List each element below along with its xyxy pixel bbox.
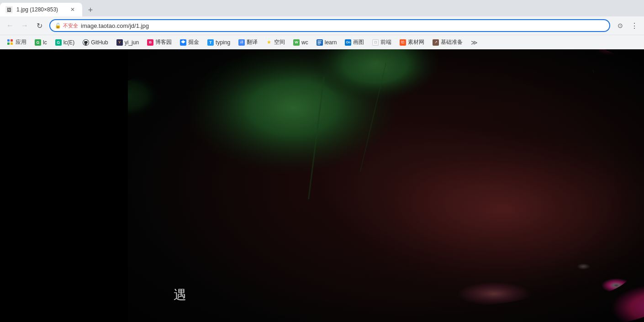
sucai-label: 素材网	[408, 38, 424, 46]
bookmark-lc[interactable]: G lc	[31, 37, 51, 48]
sucai-icon: 给	[400, 39, 406, 46]
space-icon: ★	[266, 39, 272, 46]
typing-icon: T	[207, 39, 214, 46]
browser-chrome: 🖼 1.jpg (1280×853) ✕ + ← → ↻ 🔓 不安全 image…	[0, 0, 644, 49]
back-button[interactable]: ←	[4, 19, 16, 32]
bookmark-juejin[interactable]: 掘金	[176, 37, 203, 48]
bookmarks-bar: 应用 G lc G lc(E) GitHub Y yi_jun B 博客园	[0, 35, 644, 49]
forward-button[interactable]: →	[18, 19, 31, 32]
content-area: 遇	[0, 49, 644, 322]
img-label: 画图	[353, 38, 364, 46]
lce-label: lc(E)	[63, 39, 75, 46]
lc-icon: G	[35, 39, 41, 46]
svg-rect-5	[317, 42, 321, 42]
apps-icon	[7, 39, 14, 46]
active-tab[interactable]: 🖼 1.jpg (1280×853) ✕	[0, 3, 82, 16]
bookmark-sucai[interactable]: 给 素材网	[396, 37, 428, 48]
wc-label: wc	[301, 39, 308, 46]
jichun-icon: ↗	[433, 39, 439, 46]
tab-bar: 🖼 1.jpg (1280×853) ✕ +	[0, 0, 644, 16]
github-icon	[83, 39, 89, 46]
security-indicator: 🔓 不安全	[55, 22, 78, 29]
bookmark-yijun[interactable]: Y yi_jun	[113, 37, 143, 48]
wc-icon: W	[293, 39, 300, 46]
learn-label: learn	[325, 39, 337, 46]
svg-rect-0	[7, 39, 10, 42]
reload-button[interactable]: ↻	[33, 19, 46, 32]
black-panel	[0, 49, 128, 322]
bookmark-wc[interactable]: W wc	[290, 37, 312, 48]
address-bar[interactable]: 🔓 不安全 image.taotao.com/jd/1.jpg	[49, 19, 610, 32]
bookmark-space[interactable]: ★ 空间	[262, 37, 289, 48]
more-menu-button[interactable]: ⋮	[628, 19, 640, 32]
bookmark-typing[interactable]: T typing	[204, 37, 234, 48]
qianduan-icon: □	[372, 39, 379, 46]
learn-icon	[317, 39, 323, 46]
bookmark-apps[interactable]: 应用	[4, 37, 30, 48]
qianduan-label: 前端	[380, 38, 391, 46]
tab-close-button[interactable]: ✕	[69, 5, 77, 14]
address-text: image.taotao.com/jd/1.jpg	[81, 22, 605, 29]
bookmark-img[interactable]: On 画图	[341, 37, 368, 48]
yijun-label: yi_jun	[125, 39, 139, 46]
address-path: /jd/1.jpg	[128, 22, 149, 29]
svg-rect-2	[7, 42, 10, 45]
juejin-label: 掘金	[188, 38, 199, 46]
photo-display: 遇	[128, 49, 644, 322]
bokeyuan-label: 博客园	[155, 38, 172, 46]
lc-label: lc	[43, 39, 47, 46]
bokeyuan-icon: B	[147, 39, 153, 46]
space-label: 空间	[274, 38, 285, 46]
typing-label: typing	[216, 39, 230, 46]
translate-icon: 译	[238, 39, 245, 46]
tab-favicon: 🖼	[5, 6, 13, 13]
apps-label: 应用	[16, 38, 26, 46]
new-tab-button[interactable]: +	[84, 4, 97, 16]
svg-rect-3	[11, 42, 13, 45]
github-label: GitHub	[91, 39, 108, 46]
bookmark-bokeyuan[interactable]: B 博客园	[143, 37, 175, 48]
profile-button[interactable]: ⊙	[614, 19, 627, 32]
translate-label: 翻译	[247, 38, 258, 46]
img-icon: On	[345, 39, 351, 46]
reload-icon: ↻	[37, 21, 42, 30]
watermark: 遇	[174, 286, 186, 304]
bookmark-more[interactable]: ≫	[467, 37, 481, 48]
chrome-actions: ⊙ ⋮	[614, 19, 640, 32]
svg-rect-4	[317, 40, 322, 41]
more-bookmarks-icon: ≫	[471, 39, 478, 46]
bookmark-lce[interactable]: G lc(E)	[52, 37, 79, 48]
more-icon: ⋮	[631, 21, 638, 30]
bookmark-jichun[interactable]: ↗ 基础准备	[429, 37, 466, 48]
nav-bar: ← → ↻ 🔓 不安全 image.taotao.com/jd/1.jpg ⊙ …	[0, 16, 644, 35]
lock-icon: 🔓	[55, 23, 61, 29]
svg-rect-6	[317, 42, 321, 43]
bookmark-github[interactable]: GitHub	[79, 37, 111, 48]
juejin-icon	[180, 39, 186, 46]
address-domain: image.taotao.com	[81, 22, 128, 29]
tab-title: 1.jpg (1280×853)	[16, 6, 65, 13]
bookmark-learn[interactable]: learn	[313, 37, 341, 48]
forward-icon: →	[21, 21, 28, 30]
back-icon: ←	[6, 21, 14, 30]
lce-icon: G	[55, 39, 62, 46]
rose-photo: 遇	[128, 49, 644, 322]
profile-icon: ⊙	[618, 22, 623, 29]
svg-rect-7	[317, 44, 320, 44]
security-label: 不安全	[63, 22, 78, 29]
svg-rect-24	[128, 49, 644, 322]
bookmark-translate[interactable]: 译 翻译	[235, 37, 261, 48]
svg-rect-1	[11, 39, 13, 42]
jichun-label: 基础准备	[441, 38, 463, 46]
bookmark-qianduan[interactable]: □ 前端	[369, 37, 395, 48]
yijun-icon: Y	[116, 39, 123, 46]
